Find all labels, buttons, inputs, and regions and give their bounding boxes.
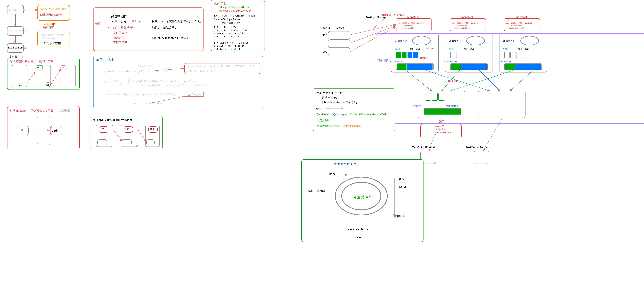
bot-ring-inner	[341, 182, 381, 210]
red1-sm: sort merge	[446, 104, 458, 107]
mt3-log: 业务逻辑处理	[511, 25, 522, 27]
mt2-fn: map（偏移量，行数据，Context）{	[451, 22, 480, 24]
sec6-bb2	[122, 139, 132, 145]
mt2-rb: 环形缓冲区	[449, 39, 462, 43]
mt1-b1	[396, 52, 401, 58]
rt-t: reduceTask的并行度?	[317, 91, 344, 95]
sec3-tbl: 1.7M 4M 1.7m 5.1m 4M 2.55m 2.55M 3.5+0.4…	[214, 26, 248, 51]
sec4-m4: return defaultValue;	[100, 102, 164, 105]
mt1-b4	[413, 52, 418, 58]
mt1-sm: sort merge	[390, 60, 403, 63]
sec1-op: op	[37, 66, 40, 69]
r-http: http get	[448, 79, 458, 83]
sec2-err: 错误	[95, 22, 101, 26]
sec4-m2b: blockSize Math.max(minSize, Math.min(max…	[103, 84, 208, 87]
rt-c: 自定义分区	[317, 119, 330, 122]
bot-ctx-arrow	[346, 166, 346, 174]
sec2-t1: split 切片 ≠blkSize	[112, 19, 140, 24]
sec4-m0: return 1;	[103, 64, 151, 67]
lbl-readline: 按行读取数据	[44, 41, 61, 45]
red1-su: 归并排序	[411, 104, 421, 108]
shuffle: 洗牌	[439, 120, 444, 123]
bot-ctx: context.write(k2,v2)	[334, 162, 358, 166]
sec5-v1: 128	[19, 129, 23, 132]
sec2-t0: map的并行度?	[107, 14, 127, 18]
mt2-kv: k1 v1	[452, 19, 459, 22]
mt3-sm: sort merge	[498, 60, 511, 63]
lbl-init: initialize()	[43, 37, 55, 40]
r-blk3	[328, 48, 350, 56]
bot-r2: aaa	[357, 236, 362, 239]
sec4-br2: getMinSplitSize(job));	[186, 70, 217, 72]
mt2-q1	[450, 52, 456, 58]
sec2-a1: 文件的大小	[113, 31, 127, 35]
mt1-log: 业务逻辑处理	[403, 25, 414, 27]
sec3-sz: 1.7M 5.1M 3.4M已及6.8M 4 split	[214, 14, 255, 17]
sec1-hel: hel	[46, 84, 50, 86]
lbl-file-input-format: FileInputFormat	[8, 29, 26, 32]
mt1-rb: 环形缓冲区	[395, 39, 408, 43]
sec2-q1: 切片的个数取决于?	[108, 26, 134, 30]
sec2-r2: 切片大小默认是块大小	[152, 26, 180, 30]
sec3-cb: CombineTextInputFormat:	[214, 18, 240, 21]
mt2-ring	[466, 36, 485, 45]
sec3-h: 小文件问题	[213, 2, 226, 5]
mt3-q3	[516, 52, 522, 58]
sec5-tg: 浪费资源	[58, 109, 70, 113]
mt3-fn: map（偏移量，行数据，Context）{	[505, 22, 534, 24]
sec4-hl2	[112, 79, 129, 83]
lbl-getsplits: getSplits	[43, 23, 53, 26]
r-offset: <偏移量，行数据>	[381, 13, 404, 17]
r-blk1	[328, 31, 350, 40]
sec2-r3v: 1.1	[184, 36, 188, 40]
mt3-bar-b	[515, 64, 541, 70]
mt1-comb2: combiner	[420, 57, 428, 59]
mt3-sp: spill 溢写	[518, 47, 529, 51]
sec1-lo: lo	[62, 66, 64, 69]
mt2-bar-b	[461, 64, 486, 70]
mt1-ring	[412, 36, 431, 45]
mt3-q2	[510, 52, 516, 58]
sec6-t: 为什么不是按照其他的大小切片	[93, 118, 132, 122]
r-atxt: A.TXT	[336, 27, 344, 30]
rt-hp: HashPartitioner	[326, 107, 344, 110]
mt2-bar-g	[451, 64, 460, 70]
sec6-bb1	[97, 139, 107, 145]
sec6-v3: 100	[150, 128, 154, 131]
sec4-m3b: long,MAX_VALUE	[182, 93, 205, 96]
red1-s3	[438, 93, 444, 101]
mt2-q3	[462, 52, 467, 58]
sec1-hado: hado	[17, 84, 22, 87]
mt2-log: 业务逻辑处理	[457, 25, 468, 27]
bot-r1: aaaa aa bb cc	[348, 228, 369, 231]
red1-s2	[432, 93, 438, 101]
mt1-fn: map（偏移量，行数据，Context）{	[397, 22, 425, 24]
sec6-v2: 100	[125, 128, 129, 131]
sec3-l1b: mapreduce maptask并行度 !	[219, 9, 252, 13]
bot-arrow-head	[393, 214, 396, 216]
rb-l0: reduce(){	[435, 125, 444, 127]
lbl-lrr: LineRecordReader	[40, 33, 64, 37]
sec1-c1	[12, 65, 27, 87]
lbl-input-format: InputFormat	[9, 8, 26, 12]
bot-mem: 100M	[399, 186, 406, 189]
sec2-a3: 文件的个数	[113, 40, 127, 44]
lbl-crr-role: 创建记录的阅读者	[40, 13, 62, 17]
rt-f: (key.hashCode() & Integer.MAX_VALUE) % n…	[317, 113, 388, 116]
mt2-sm: sort merge	[444, 60, 457, 63]
mt1-b2	[402, 52, 406, 58]
mt1-ctx: context.write(k2,v2)	[400, 27, 416, 29]
mt1-fast: 快排	[395, 47, 400, 51]
mt3-kv: k1 v1	[507, 19, 513, 22]
rt-l2: job.setNumReduceTask( 2 )	[322, 101, 357, 104]
lbl-text-input-format: TextInputFormat	[8, 46, 26, 49]
rt-gp: getPartition方法	[342, 124, 361, 128]
bot-of: 有序溢写	[394, 215, 406, 219]
sec1-title: 保证 数据不被切分开 的切片方式	[10, 59, 54, 63]
rt-i: 继承Partitioner 重写	[317, 124, 340, 128]
mt1-comb: comb iner	[425, 47, 434, 50]
lbl-crr: createRecordReader	[40, 8, 66, 11]
red2	[478, 91, 526, 118]
mt2-q2	[456, 52, 461, 58]
mt3-fast: 快排	[503, 47, 508, 51]
